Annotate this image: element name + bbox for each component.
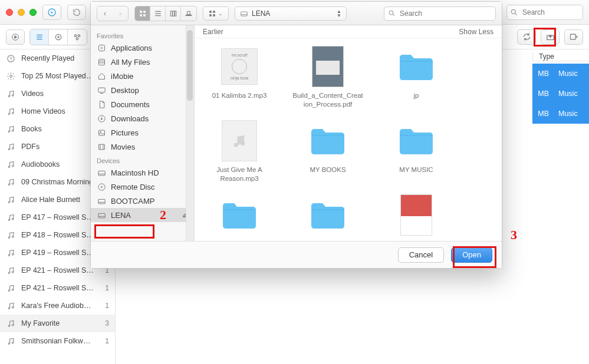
- sidebar-item[interactable]: All My Files: [91, 55, 194, 69]
- svg-rect-51: [143, 14, 146, 16]
- sidebar-item[interactable]: Remote Disc: [91, 180, 194, 194]
- svg-point-35: [12, 236, 14, 237]
- home-icon: [97, 71, 106, 81]
- svg-rect-7: [37, 38, 42, 39]
- svg-rect-87: [98, 213, 104, 218]
- file-item[interactable]: MY PHOTOS: [204, 194, 275, 241]
- file-label: MY VIDEOS: [309, 240, 347, 241]
- playlist-count: 1: [105, 284, 109, 292]
- note-icon: [6, 142, 15, 151]
- svg-point-66: [389, 11, 393, 15]
- arrange-menu[interactable]: ⌄: [203, 6, 229, 21]
- file-item[interactable]: MY BOOKS: [292, 120, 363, 183]
- forward-icon[interactable]: ›: [113, 6, 128, 21]
- show-less-link[interactable]: Show Less: [459, 28, 493, 36]
- file-item[interactable]: my.cb.seocopywriting.pdf: [381, 194, 452, 241]
- sidebar-item[interactable]: Movies: [91, 140, 194, 154]
- svg-rect-48: [140, 11, 142, 13]
- disc-icon: [97, 182, 106, 191]
- table-row[interactable]: MBMusic: [532, 84, 589, 104]
- column-view-icon[interactable]: [166, 6, 181, 21]
- main-search-field[interactable]: [506, 5, 583, 20]
- svg-point-31: [12, 200, 14, 202]
- column-type[interactable]: Type: [532, 52, 589, 61]
- playlist-label: My Favorite: [21, 319, 99, 327]
- playlist-count: 3: [105, 319, 109, 327]
- svg-point-30: [8, 201, 10, 203]
- minimize-window-icon[interactable]: [18, 9, 25, 16]
- cell-size: MB: [532, 70, 552, 78]
- icon-view-icon[interactable]: [135, 6, 150, 21]
- table-row[interactable]: MBMusic: [532, 64, 589, 84]
- zoom-window-icon[interactable]: [29, 9, 37, 16]
- svg-point-41: [12, 289, 14, 290]
- file-thumbnail-icon: [395, 45, 437, 88]
- svg-point-44: [8, 325, 10, 327]
- annotation-box-3: [453, 246, 496, 268]
- export-icon[interactable]: [564, 29, 583, 45]
- note-icon: [6, 266, 15, 275]
- location-dropdown[interactable]: LENA ▲▼: [235, 6, 347, 21]
- album-view-icon[interactable]: [49, 29, 68, 45]
- svg-point-24: [8, 148, 10, 150]
- svg-point-36: [8, 254, 10, 256]
- dialog-footer: Cancel Open: [91, 241, 502, 268]
- close-window-icon[interactable]: [6, 9, 13, 16]
- file-thumbnail-icon: [218, 120, 261, 162]
- dialog-search-input[interactable]: [384, 6, 496, 21]
- cell-size: MB: [532, 90, 552, 98]
- file-thumbnail-icon: [307, 45, 349, 88]
- sidebar-item[interactable]: Documents: [91, 97, 194, 111]
- list-view-icon[interactable]: [150, 6, 166, 21]
- file-thumbnail-icon: [395, 120, 437, 162]
- playlist-item[interactable]: My Favorite3: [0, 315, 115, 332]
- genre-view-icon[interactable]: [68, 29, 87, 45]
- hdd-icon: [97, 196, 106, 206]
- play-icon[interactable]: [6, 29, 25, 45]
- svg-point-19: [12, 94, 14, 96]
- svg-line-2: [515, 13, 517, 15]
- sidebar-item[interactable]: Downloads: [91, 111, 194, 125]
- svg-rect-76: [98, 130, 104, 135]
- file-item[interactable]: MY VIDEOS: [292, 194, 363, 241]
- list-view-icon[interactable]: [30, 29, 49, 45]
- svg-rect-60: [209, 11, 212, 13]
- playlist-label: Kara's Free Audiob…: [21, 302, 99, 310]
- playlist-item[interactable]: Kara's Free Audiob…1: [0, 297, 115, 315]
- svg-point-40: [8, 290, 10, 292]
- cell-type: Music: [552, 110, 589, 118]
- sidebar-item[interactable]: Desktop: [91, 83, 194, 97]
- sidebar-item[interactable]: LENA⏏: [91, 208, 194, 222]
- sidebar-item[interactable]: BOOTCAMP: [91, 194, 194, 208]
- coverflow-view-icon[interactable]: [181, 6, 196, 21]
- music-icon[interactable]: [42, 5, 61, 20]
- refresh-icon[interactable]: [67, 5, 86, 20]
- eject-icon[interactable]: ⏏: [182, 211, 188, 219]
- sidebar-item[interactable]: Applications: [91, 41, 194, 55]
- svg-rect-54: [155, 15, 161, 16]
- file-item[interactable]: Build_a_Content_Creation_Process.pdf: [292, 45, 363, 109]
- playlist-item[interactable]: Smithsonian Folkw…1: [0, 332, 115, 350]
- svg-point-90: [241, 141, 245, 145]
- file-label: MY PHOTOS: [219, 240, 260, 241]
- playlist-item[interactable]: EP 421 – Roswell S…1: [0, 279, 115, 297]
- sidebar-item[interactable]: Pictures: [91, 125, 194, 140]
- picture-icon: [97, 128, 106, 137]
- back-icon[interactable]: ‹: [97, 6, 113, 21]
- cancel-button[interactable]: Cancel: [398, 247, 444, 263]
- sidebar-item[interactable]: iMobie: [91, 69, 194, 83]
- file-item[interactable]: MY MUSIC: [381, 120, 452, 183]
- svg-point-23: [12, 130, 14, 131]
- svg-point-33: [12, 218, 14, 220]
- file-thumbnail-icon: [307, 194, 349, 236]
- svg-rect-53: [155, 13, 161, 14]
- file-item[interactable]: jp: [381, 45, 452, 109]
- file-item[interactable]: Just Give Me A Reason.mp3: [204, 120, 275, 183]
- file-item[interactable]: mr.scruffninja tuna01 Kalimba 2.mp3: [204, 45, 275, 109]
- dialog-sidebar[interactable]: Favorites ApplicationsAll My FilesiMobie…: [91, 25, 195, 241]
- file-label: MY BOOKS: [310, 166, 345, 174]
- file-thumbnail-icon: [218, 194, 261, 236]
- dialog-search-field[interactable]: [384, 6, 496, 21]
- sidebar-item[interactable]: Macintosh HD: [91, 166, 194, 180]
- table-row[interactable]: MBMusic: [532, 104, 589, 124]
